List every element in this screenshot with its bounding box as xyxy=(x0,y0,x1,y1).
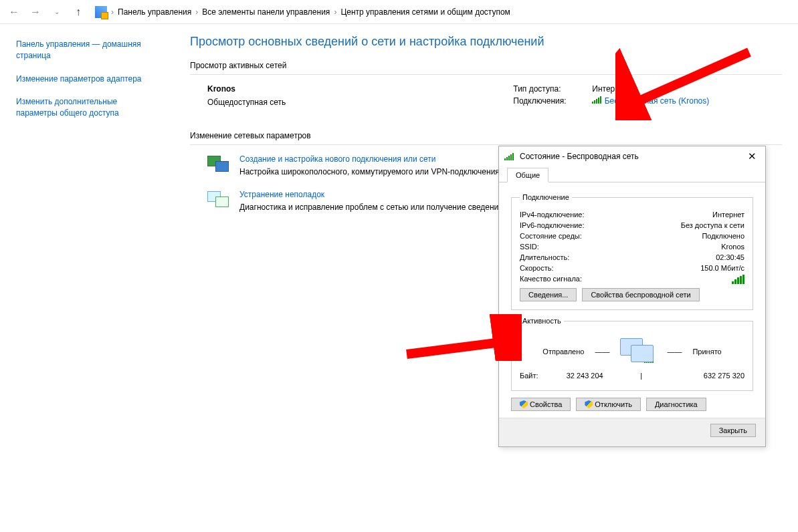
activity-line-icon: —— xyxy=(667,348,682,356)
speed-value: 150.0 Мбит/с xyxy=(700,264,744,272)
activity-line-icon: —— xyxy=(595,348,609,356)
signal-quality-icon xyxy=(732,275,744,284)
forward-button[interactable]: → xyxy=(27,3,44,21)
wifi-signal-icon xyxy=(592,96,601,104)
shield-icon xyxy=(585,400,593,408)
sent-label: Отправлено xyxy=(542,348,584,356)
dialog-title-text: Состояние - Беспроводная сеть xyxy=(520,152,639,161)
diagnose-button[interactable]: Диагностика xyxy=(646,398,706,411)
connections-label: Подключения: xyxy=(513,96,587,106)
wireless-properties-button[interactable]: Свойства беспроводной сети xyxy=(582,288,699,301)
disable-button[interactable]: Отключить xyxy=(576,398,641,411)
bytes-separator: | xyxy=(631,372,652,380)
close-button[interactable]: ✕ xyxy=(744,150,760,162)
duration-value: 02:30:45 xyxy=(716,253,744,261)
media-state-value: Подключено xyxy=(702,232,744,240)
wifi-signal-icon xyxy=(644,356,654,363)
ssid-value: Kronos xyxy=(721,243,744,251)
breadcrumb-control-panel[interactable]: Панель управления xyxy=(118,7,191,17)
received-label: Принято xyxy=(692,348,721,356)
control-panel-icon xyxy=(95,6,107,18)
access-type-label: Тип доступа: xyxy=(513,84,587,94)
connection-group-label: Подключение xyxy=(520,193,572,201)
ipv6-label: IPv6-подключение: xyxy=(520,221,585,229)
divider xyxy=(190,144,782,145)
chevron-right-icon: › xyxy=(334,7,336,17)
activity-group: Активность Отправлено —— —— Принято Байт… xyxy=(511,317,753,391)
network-name: Kronos xyxy=(207,84,286,94)
back-button[interactable]: ← xyxy=(5,3,23,21)
divider xyxy=(190,74,782,75)
ssid-label: SSID: xyxy=(520,243,539,251)
change-settings-label: Изменение сетевых параметров xyxy=(190,131,782,140)
dialog-titlebar[interactable]: Состояние - Беспроводная сеть ✕ xyxy=(499,146,765,166)
chevron-right-icon: › xyxy=(195,7,198,17)
breadcrumb-network-center[interactable]: Центр управления сетями и общим доступом xyxy=(340,7,510,17)
breadcrumb: › Панель управления › Все элементы панел… xyxy=(95,6,510,18)
bytes-sent-value: 32 243 204 xyxy=(538,372,631,380)
up-button[interactable]: ↑ xyxy=(70,3,87,21)
sidebar-adapter-settings[interactable]: Изменение параметров адаптера xyxy=(16,74,158,85)
activity-monitors-icon xyxy=(620,338,656,365)
ipv4-label: IPv4-подключение: xyxy=(520,211,585,219)
sidebar: Панель управления — домашняя страница Из… xyxy=(0,24,174,532)
bytes-label: Байт: xyxy=(520,372,538,380)
wireless-status-dialog: Состояние - Беспроводная сеть ✕ Общие По… xyxy=(498,146,766,447)
bytes-received-value: 632 275 320 xyxy=(652,372,744,380)
duration-label: Длительность: xyxy=(520,253,569,261)
wifi-signal-icon xyxy=(504,153,514,160)
active-networks-label: Просмотр активных сетей xyxy=(190,61,782,70)
new-connection-icon xyxy=(207,154,230,172)
explorer-toolbar: ← → ⌄ ↑ › Панель управления › Все элемен… xyxy=(0,0,798,24)
properties-button[interactable]: Свойства xyxy=(511,398,571,411)
access-type-value: Интернет xyxy=(592,84,627,94)
connection-link[interactable]: Беспроводная сеть (Kronos) xyxy=(605,96,710,106)
sidebar-control-panel-home[interactable]: Панель управления — домашняя страница xyxy=(16,39,158,61)
activity-group-label: Активность xyxy=(520,317,564,325)
troubleshoot-icon xyxy=(207,190,230,207)
signal-quality-label: Качество сигнала: xyxy=(520,275,582,284)
ipv4-value: Интернет xyxy=(712,211,744,219)
chevron-right-icon: › xyxy=(111,7,114,17)
breadcrumb-all-items[interactable]: Все элементы панели управления xyxy=(202,7,330,17)
speed-label: Скорость: xyxy=(520,264,554,272)
shield-icon xyxy=(520,400,528,408)
connection-group: Подключение IPv4-подключение:Интернет IP… xyxy=(511,193,753,310)
network-category: Общедоступная сеть xyxy=(207,98,286,107)
page-title: Просмотр основных сведений о сети и наст… xyxy=(190,35,782,49)
media-state-label: Состояние среды: xyxy=(520,232,582,240)
tab-general[interactable]: Общие xyxy=(507,168,548,182)
recent-menu[interactable]: ⌄ xyxy=(48,3,66,21)
active-network-row: Kronos Общедоступная сеть Тип доступа: И… xyxy=(190,84,782,108)
details-button[interactable]: Сведения... xyxy=(520,288,577,301)
ipv6-value: Без доступа к сети xyxy=(681,221,744,229)
close-dialog-button[interactable]: Закрыть xyxy=(710,424,756,437)
sidebar-advanced-sharing[interactable]: Изменить дополнительные параметры общего… xyxy=(16,96,158,119)
